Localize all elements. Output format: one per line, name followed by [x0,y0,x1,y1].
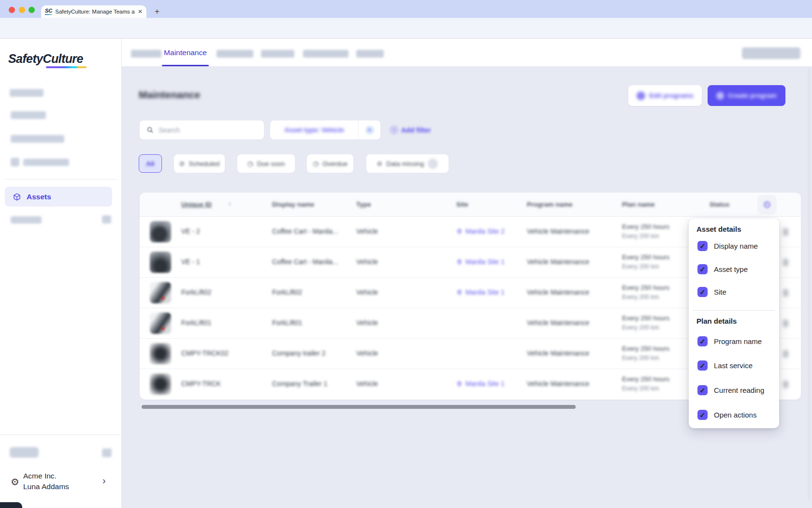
asset-thumbnail[interactable] [150,282,171,303]
asset-thumbnail[interactable] [150,252,171,273]
checkbox-checked[interactable]: ✓ [697,336,708,346]
sidebar-item-placeholder[interactable] [10,89,44,97]
plus-circle-icon: + [391,126,398,134]
tab-placeholder[interactable] [217,50,253,58]
tab-placeholder[interactable] [303,50,348,58]
type-cell: Vehicle [356,380,378,388]
settings-gear-icon[interactable]: ⚙ [11,476,19,488]
column-header-unique-id[interactable]: Unique ID [181,201,212,208]
fullscreen-window-button[interactable] [29,7,35,13]
unique-id-cell[interactable]: ForkLift01 [181,319,211,327]
status-filter-all[interactable]: All [139,154,162,173]
safetyculture-favicon-icon: SC [45,8,52,15]
option-display-name[interactable]: ✓ Display name [697,241,758,251]
status-filter-scheduled[interactable]: ⊘ Scheduled [174,154,225,173]
status-cell-partial [783,228,788,236]
option-asset-type[interactable]: ✓ Asset type [697,264,748,274]
option-label: Site [714,288,726,296]
filter-chip-remove-button[interactable]: ✕ [358,120,380,139]
option-label: Asset type [714,265,748,273]
asset-thumbnail[interactable] [150,343,171,364]
status-filter-overdue[interactable]: ◷ Overdue [307,154,353,173]
account-switcher[interactable]: ⚙ Acme Inc. Luna Addams › [0,471,122,500]
plan-name-cell: Every 250 hours [622,375,669,383]
filter-label: Data missing [386,160,424,167]
add-filter-label: Add filter [401,126,431,134]
search-icon [146,126,154,134]
column-settings-button[interactable]: ⚙ [757,195,777,214]
vertical-scrollbar[interactable] [808,68,811,501]
search-input[interactable]: Search [140,120,264,139]
sidebar-item-placeholder[interactable] [11,111,46,119]
unique-id-cell[interactable]: ForkLift02 [181,288,211,296]
option-current-reading[interactable]: ✓ Current reading [697,385,764,395]
sidebar-item-placeholder[interactable] [11,135,64,143]
column-header-status[interactable]: Status [710,201,729,208]
edit-programs-button[interactable]: Edit programs [628,85,702,106]
sidebar-item-placeholder[interactable] [11,216,42,224]
column-header-site[interactable]: Site [456,201,468,208]
checkbox-checked[interactable]: ✓ [697,287,708,297]
asset-thumbnail[interactable] [150,221,171,242]
plus-icon [716,92,724,100]
status-cell-partial [783,259,788,266]
asset-thumbnail[interactable] [150,313,171,334]
checkbox-checked[interactable]: ✓ [697,264,708,274]
unique-id-cell[interactable]: VE - 1 [181,258,200,266]
create-program-button[interactable]: Create program [708,85,785,106]
close-window-button[interactable] [9,7,15,13]
display-name-cell: ForkLift02 [272,288,302,296]
option-label: Last service [714,361,753,370]
sidebar-item-placeholder[interactable] [23,159,69,166]
column-header-display-name[interactable]: Display name [272,201,314,208]
content-area: Maintenance Maintenance Edit programs Cr… [122,39,812,508]
site-link[interactable]: Manila Site 2 [456,227,505,235]
plan-name-cell: Every 250 hours [622,254,669,261]
site-link[interactable]: Manila Site 1 [456,380,505,388]
filter-chip-asset-type[interactable]: Asset type: Vehicle ✕ [270,120,380,139]
logo-gradient-underline [46,66,87,68]
minimize-window-button[interactable] [19,7,25,13]
unique-id-cell[interactable]: CMPY-TRCK02 [181,349,229,357]
filter-label: Overdue [322,160,348,167]
column-header-plan-name[interactable]: Plan name [622,201,655,208]
sidebar-item-assets[interactable]: Assets [5,187,112,207]
sidebar-bottom-divider [0,434,122,435]
site-link[interactable]: Manila Site 1 [456,258,505,266]
status-filter-due-soon[interactable]: ◷ Due soon [237,154,295,173]
option-last-service[interactable]: ✓ Last service [697,360,753,371]
option-program-name[interactable]: ✓ Program name [697,336,762,346]
option-open-actions[interactable]: ✓ Open actions [697,410,756,420]
page-title: Maintenance [139,89,200,101]
horizontal-scrollbar[interactable] [142,405,576,409]
tab-maintenance[interactable]: Maintenance [162,39,209,66]
checkbox-checked[interactable]: ✓ [697,410,708,420]
sort-ascending-icon[interactable]: ↑ [228,201,231,208]
checkbox-checked[interactable]: ✓ [697,385,708,395]
site-link[interactable]: Manila Site 1 [456,288,505,296]
tab-placeholder[interactable] [356,50,384,58]
popover-section-title: Asset details [696,225,741,233]
option-site[interactable]: ✓ Site [697,287,726,297]
tab-placeholder[interactable] [131,50,161,58]
checkbox-checked[interactable]: ✓ [697,241,708,251]
browser-tab-strip: SC SafetyCulture: Manage Teams and... ✕ … [0,0,812,18]
new-tab-button[interactable]: + [151,6,163,17]
tab-close-icon[interactable]: ✕ [138,8,143,15]
tab-placeholder[interactable] [261,50,294,58]
checkbox-checked[interactable]: ✓ [697,360,708,371]
plan-sub-cell: Every 200 km [622,324,659,331]
browser-tab[interactable]: SC SafetyCulture: Manage Teams and... ✕ [41,5,146,18]
header-action-placeholder[interactable] [742,47,800,59]
unique-id-cell[interactable]: VE - 2 [181,227,200,235]
unique-id-cell[interactable]: CMPY-TRCK [181,380,221,388]
location-pin-icon [456,289,463,296]
column-header-program-name[interactable]: Program name [527,201,573,208]
status-filter-data-missing[interactable]: ⊘ Data missing [366,154,449,173]
program-name-cell: Vehicle Maintenance [527,319,589,327]
chevron-right-icon[interactable]: › [102,475,106,486]
add-filter-button[interactable]: + Add filter [391,120,431,139]
asset-thumbnail[interactable] [150,374,171,395]
column-header-type[interactable]: Type [356,201,371,208]
sidebar-item-placeholder[interactable] [10,447,39,458]
